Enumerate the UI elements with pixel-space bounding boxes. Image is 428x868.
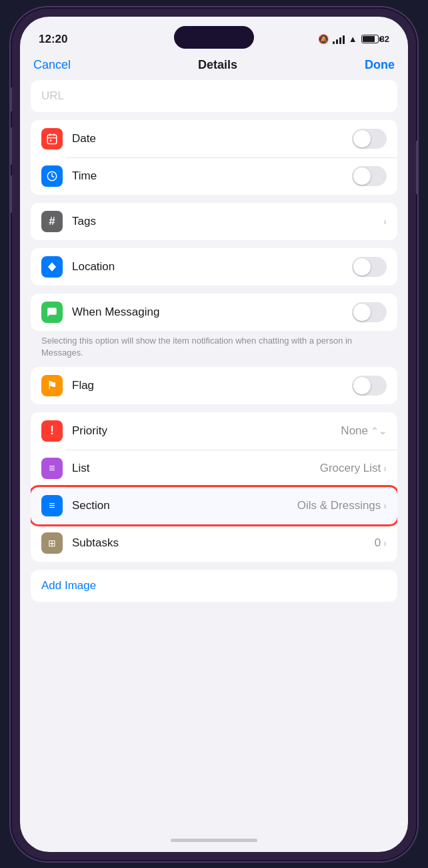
wifi-icon: ▲: [349, 34, 357, 44]
priority-label: Priority: [72, 424, 341, 438]
time-icon: [41, 165, 63, 187]
location-card: Location: [31, 248, 397, 286]
phone-screen: 12:20 🔕 ▲ 82 Cancel: [20, 17, 408, 852]
signal-bar-2: [336, 39, 338, 44]
section-label: Section: [72, 499, 297, 512]
subtasks-value: 0: [375, 536, 381, 550]
battery-fill: [363, 36, 375, 42]
priority-value: None: [341, 424, 368, 438]
svg-rect-4: [50, 139, 51, 141]
date-toggle[interactable]: [352, 129, 387, 149]
date-row[interactable]: Date: [31, 120, 397, 157]
subtasks-chevron: ›: [383, 538, 387, 548]
volume-up-button[interactable]: [11, 127, 12, 165]
home-bar: [171, 839, 257, 842]
status-right-icons: 🔕 ▲ 82: [318, 34, 389, 44]
location-section: Location: [31, 248, 397, 286]
status-time: 12:20: [39, 33, 67, 46]
signal-bar-4: [343, 35, 345, 44]
location-icon: [41, 256, 63, 278]
volume-down-button[interactable]: [11, 175, 12, 213]
datetime-section: Date Time: [31, 120, 397, 195]
tags-label: Tags: [72, 215, 383, 228]
nav-bar: Cancel Details Done: [20, 53, 408, 80]
messaging-toggle-thumb: [353, 304, 371, 321]
svg-rect-0: [47, 135, 57, 144]
flag-toggle-thumb: [353, 377, 371, 394]
date-toggle-thumb: [353, 130, 371, 147]
power-button[interactable]: [416, 141, 417, 194]
time-toggle[interactable]: [352, 166, 387, 186]
url-section: URL: [31, 80, 397, 112]
section-row[interactable]: ≡ Section Oils & Dressings ›: [31, 487, 397, 524]
url-input-row[interactable]: URL: [31, 80, 397, 112]
time-row[interactable]: Time: [31, 157, 397, 195]
location-toggle-thumb: [353, 258, 371, 276]
messaging-card: When Messaging: [31, 294, 397, 331]
mute-icon: 🔕: [318, 34, 329, 44]
location-row[interactable]: Location: [31, 248, 397, 286]
location-label: Location: [72, 260, 352, 274]
tags-row[interactable]: # Tags ›: [31, 203, 397, 240]
phone-shell: 12:20 🔕 ▲ 82 Cancel: [11, 7, 417, 861]
battery-indicator: 82: [361, 34, 389, 44]
datetime-card: Date Time: [31, 120, 397, 195]
messaging-icon: [41, 302, 63, 323]
tags-icon: #: [41, 211, 63, 232]
messaging-toggle[interactable]: [352, 302, 387, 322]
flag-icon: ⚑: [41, 375, 63, 396]
battery-icon: [361, 35, 379, 43]
subtasks-row[interactable]: ⊞ Subtasks 0 ›: [31, 524, 397, 562]
url-placeholder: URL: [41, 89, 64, 102]
flag-label: Flag: [72, 379, 352, 392]
flag-toggle[interactable]: [352, 376, 387, 396]
list-label: List: [72, 462, 320, 475]
time-label: Time: [72, 169, 352, 183]
location-toggle[interactable]: [352, 257, 387, 277]
scroll-content[interactable]: URL: [20, 80, 408, 829]
done-button[interactable]: Done: [365, 58, 395, 72]
add-image-section: Add Image: [31, 570, 397, 602]
tags-chevron: ›: [383, 216, 387, 227]
subtasks-icon: ⊞: [41, 532, 63, 554]
messaging-section: When Messaging Selecting this option wil…: [31, 294, 397, 359]
list-chevron: ›: [383, 463, 387, 474]
messaging-label: When Messaging: [72, 306, 352, 319]
messaging-row[interactable]: When Messaging: [31, 294, 397, 331]
priority-icon: !: [41, 420, 63, 442]
page-title: Details: [198, 58, 237, 72]
section-icon: ≡: [41, 495, 63, 516]
signal-bar-1: [333, 41, 335, 44]
priority-row[interactable]: ! Priority None ⌃⌄: [31, 412, 397, 450]
flag-row[interactable]: ⚑ Flag: [31, 367, 397, 404]
options-section: ! Priority None ⌃⌄ ≡ List Grocery List ›: [31, 412, 397, 562]
cancel-button[interactable]: Cancel: [33, 58, 71, 72]
list-row[interactable]: ≡ List Grocery List ›: [31, 450, 397, 487]
svg-marker-6: [48, 262, 56, 271]
battery-level: 82: [380, 34, 389, 44]
list-icon: ≡: [41, 458, 63, 479]
time-toggle-thumb: [353, 167, 371, 185]
add-image-button[interactable]: Add Image: [31, 570, 397, 602]
priority-chevron: ⌃⌄: [371, 426, 387, 436]
messaging-note: Selecting this option will show the item…: [31, 331, 397, 359]
subtasks-label: Subtasks: [72, 536, 375, 550]
section-chevron: ›: [383, 500, 387, 511]
tags-section: # Tags ›: [31, 203, 397, 240]
date-label: Date: [72, 132, 352, 145]
list-value: Grocery List: [320, 462, 381, 475]
section-value: Oils & Dressings: [297, 499, 381, 512]
mute-switch[interactable]: [11, 87, 12, 111]
options-card: ! Priority None ⌃⌄ ≡ List Grocery List ›: [31, 412, 397, 562]
tags-card: # Tags ›: [31, 203, 397, 240]
signal-bar-3: [339, 37, 341, 44]
flag-section: ⚑ Flag: [31, 367, 397, 404]
date-icon: [41, 128, 63, 149]
flag-card: ⚑ Flag: [31, 367, 397, 404]
dynamic-island: [174, 26, 254, 49]
home-indicator[interactable]: [20, 829, 408, 852]
signal-bars: [333, 35, 345, 44]
